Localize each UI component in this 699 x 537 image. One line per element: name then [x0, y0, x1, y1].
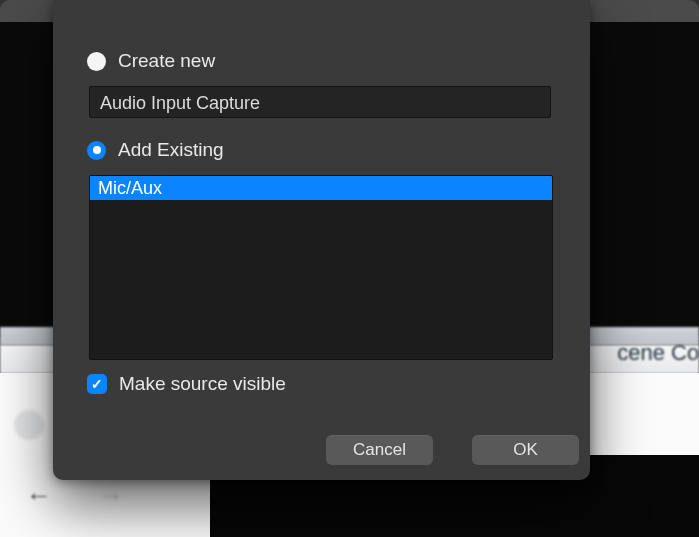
back-arrow-icon: ←: [26, 480, 52, 511]
list-item[interactable]: Mic/Aux: [90, 176, 552, 200]
add-existing-label: Add Existing: [118, 139, 224, 161]
background-avatar: [14, 410, 44, 440]
add-existing-option[interactable]: Add Existing: [87, 139, 224, 161]
make-source-visible-option[interactable]: ✓ Make source visible: [87, 373, 286, 395]
cancel-button[interactable]: Cancel: [326, 435, 433, 465]
background-menu-fragment: cene Coll: [617, 340, 699, 366]
radio-icon: [87, 141, 106, 160]
radio-icon: [87, 52, 106, 71]
forward-arrow-icon: →: [98, 480, 124, 511]
add-source-dialog: Create new Audio Input Capture Add Exist…: [53, 0, 590, 480]
create-new-label: Create new: [118, 50, 215, 72]
make-visible-label: Make source visible: [119, 373, 286, 395]
new-source-name-input[interactable]: Audio Input Capture: [89, 86, 551, 118]
create-new-option[interactable]: Create new: [87, 50, 215, 72]
existing-sources-list[interactable]: Mic/Aux: [89, 175, 553, 360]
checkbox-icon: ✓: [87, 374, 107, 394]
ok-button[interactable]: OK: [472, 435, 579, 465]
